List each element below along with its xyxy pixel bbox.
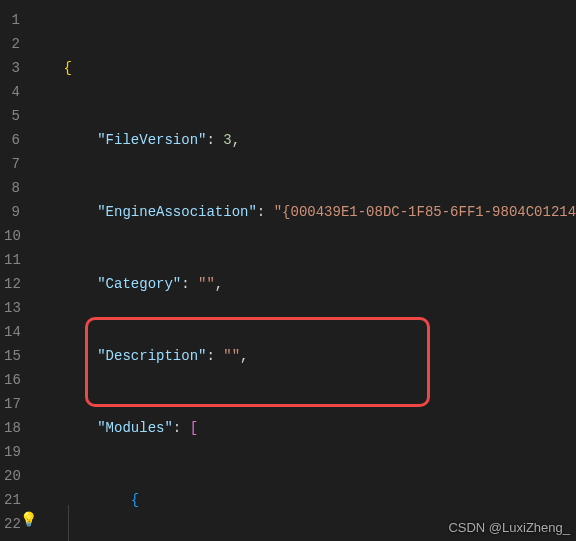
line-number: 3 <box>4 56 20 80</box>
json-number: 3 <box>223 132 231 148</box>
json-string: "" <box>198 276 215 292</box>
line-number: 20 <box>4 464 20 488</box>
code-area[interactable]: { "FileVersion": 3, "EngineAssociation":… <box>30 0 576 541</box>
json-string: "{000439E1-08DC-1F85-6FF1-9804C0121466 <box>274 204 576 220</box>
line-number-gutter: 1 2 3 4 5 6 7 8 9 10 11 12 13 14 15 16 1… <box>0 0 30 541</box>
line-number: 4 <box>4 80 20 104</box>
watermark-text: CSDN @LuxiZheng_ <box>448 520 570 535</box>
brace-open: { <box>64 60 72 76</box>
brace-open: { <box>131 492 139 508</box>
json-key: "Category" <box>97 276 181 292</box>
line-number: 23 <box>4 536 20 541</box>
line-number: 7 <box>4 152 20 176</box>
code-editor[interactable]: 1 2 3 4 5 6 7 8 9 10 11 12 13 14 15 16 1… <box>0 0 576 541</box>
json-key: "EngineAssociation" <box>97 204 257 220</box>
line-number: 18 <box>4 416 20 440</box>
line-number: 21 <box>4 488 20 512</box>
line-number: 1 <box>4 8 20 32</box>
line-number: 19 <box>4 440 20 464</box>
line-number: 13 <box>4 296 20 320</box>
line-number: 11 <box>4 248 20 272</box>
line-number: 16 <box>4 368 20 392</box>
json-string: "" <box>223 348 240 364</box>
gutter-divider <box>68 505 69 541</box>
json-key: "Modules" <box>97 420 173 436</box>
line-number: 10 <box>4 224 20 248</box>
json-key: "FileVersion" <box>97 132 206 148</box>
line-number: 5 <box>4 104 20 128</box>
json-key: "Description" <box>97 348 206 364</box>
line-number: 17 <box>4 392 20 416</box>
lightbulb-icon[interactable]: 💡 <box>20 513 34 527</box>
line-number: 14 <box>4 320 20 344</box>
line-number: 9 <box>4 200 20 224</box>
bracket-open: [ <box>190 420 198 436</box>
line-number: 2 <box>4 32 20 56</box>
line-number: 22 <box>4 512 20 536</box>
line-number: 12 <box>4 272 20 296</box>
line-number: 8 <box>4 176 20 200</box>
line-number: 15 <box>4 344 20 368</box>
line-number: 6 <box>4 128 20 152</box>
